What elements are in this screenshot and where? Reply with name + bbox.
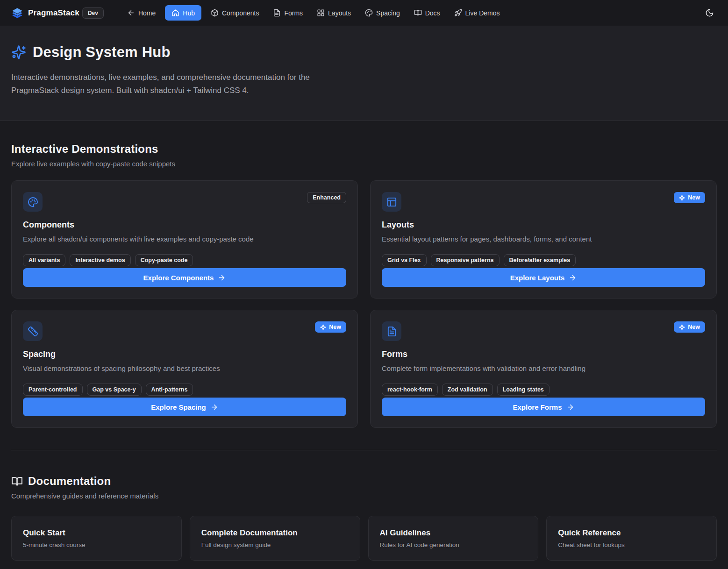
cta-label: Explore Spacing bbox=[151, 403, 206, 411]
demo-card-components: Enhanced Components Explore all shadcn/u… bbox=[11, 180, 358, 299]
nav-item-label: Spacing bbox=[376, 9, 400, 17]
new-badge-label: New bbox=[688, 324, 700, 330]
doc-card-complete-documentation[interactable]: Complete Documentation Full design syste… bbox=[190, 516, 360, 561]
nav-item-label: Layouts bbox=[328, 9, 351, 17]
nav-links: Home Hub Components Forms Layouts bbox=[122, 5, 505, 21]
demo-card-grid: Enhanced Components Explore all shadcn/u… bbox=[11, 180, 717, 428]
sparkles-icon bbox=[320, 324, 326, 330]
feature-tag: react-hook-form bbox=[382, 384, 438, 396]
nav-item-label: Hub bbox=[183, 9, 195, 17]
feature-tag: Grid vs Flex bbox=[382, 254, 427, 266]
feature-tag: Parent-controlled bbox=[23, 384, 83, 396]
sparkles-icon bbox=[11, 45, 26, 60]
cta-label: Explore Forms bbox=[513, 403, 562, 411]
feature-tag: Copy-paste code bbox=[135, 254, 193, 266]
card-title: Spacing bbox=[23, 349, 346, 359]
section-divider bbox=[11, 450, 717, 450]
card-title: Forms bbox=[382, 349, 705, 359]
card-description: Complete form implementations with valid… bbox=[382, 363, 705, 373]
layout-grid-icon bbox=[317, 9, 325, 17]
top-navbar: PragmaStack Dev Home Hub Components Form bbox=[0, 0, 728, 26]
doc-card-quick-reference[interactable]: Quick Reference Cheat sheet for lookups bbox=[546, 516, 717, 561]
feature-tag: All variants bbox=[23, 254, 65, 266]
sparkles-icon bbox=[679, 324, 685, 330]
brand[interactable]: PragmaStack bbox=[11, 7, 79, 19]
explore-spacing-button[interactable]: Explore Spacing bbox=[23, 398, 346, 416]
env-badge: Dev bbox=[82, 7, 104, 19]
rocket-icon bbox=[454, 9, 462, 17]
doc-card-subtitle: 5-minute crash course bbox=[23, 541, 170, 548]
feature-tag: Loading states bbox=[497, 384, 550, 396]
docs-heading: Documentation bbox=[28, 475, 111, 488]
hero-section: Design System Hub Interactive demonstrat… bbox=[0, 26, 728, 121]
nav-item-label: Home bbox=[138, 9, 156, 17]
nav-item-label: Components bbox=[222, 9, 259, 17]
nav-item-live-demos[interactable]: Live Demos bbox=[450, 5, 505, 21]
nav-item-forms[interactable]: Forms bbox=[268, 5, 307, 21]
file-text-icon bbox=[382, 321, 401, 341]
nav-item-layouts[interactable]: Layouts bbox=[312, 5, 356, 21]
page-title: Design System Hub bbox=[33, 44, 171, 61]
explore-forms-button[interactable]: Explore Forms bbox=[382, 398, 705, 416]
feature-tag: Anti-patterns bbox=[146, 384, 193, 396]
card-description: Essential layout patterns for pages, das… bbox=[382, 234, 705, 244]
nav-item-hub[interactable]: Hub bbox=[165, 5, 201, 21]
demo-card-spacing: New Spacing Visual demonstrations of spa… bbox=[11, 310, 358, 428]
ruler-icon bbox=[23, 321, 43, 341]
explore-components-button[interactable]: Explore Components bbox=[23, 268, 346, 287]
book-open-icon bbox=[11, 476, 23, 487]
docs-card-grid: Quick Start 5-minute crash course Comple… bbox=[11, 516, 717, 561]
cta-label: Explore Components bbox=[143, 274, 214, 282]
hero-description: Interactive demonstrations, live example… bbox=[11, 71, 357, 97]
layout-template-icon bbox=[382, 192, 401, 212]
feature-tag: Zod validation bbox=[442, 384, 493, 396]
arrow-right-icon bbox=[210, 403, 218, 411]
arrow-right-icon bbox=[218, 274, 226, 282]
doc-card-subtitle: Cheat sheet for lookups bbox=[558, 541, 705, 548]
nav-item-label: Docs bbox=[425, 9, 440, 17]
doc-card-title: Complete Documentation bbox=[201, 528, 349, 538]
palette-icon bbox=[23, 192, 43, 212]
file-text-icon bbox=[273, 9, 281, 17]
doc-card-ai-guidelines[interactable]: AI Guidelines Rules for AI code generati… bbox=[368, 516, 539, 561]
nav-item-docs[interactable]: Docs bbox=[409, 5, 445, 21]
doc-card-title: AI Guidelines bbox=[380, 528, 527, 538]
doc-card-title: Quick Reference bbox=[558, 528, 705, 538]
new-badge: New bbox=[674, 321, 705, 333]
doc-card-subtitle: Rules for AI code generation bbox=[380, 541, 527, 548]
nav-item-spacing[interactable]: Spacing bbox=[360, 5, 405, 21]
card-title: Layouts bbox=[382, 220, 705, 230]
house-icon bbox=[171, 9, 179, 17]
feature-tag: Interactive demos bbox=[70, 254, 130, 266]
cta-label: Explore Layouts bbox=[510, 274, 565, 282]
new-badge-label: New bbox=[329, 324, 341, 330]
docs-subheading: Comprehensive guides and reference mater… bbox=[11, 492, 717, 500]
card-title: Components bbox=[23, 220, 346, 230]
demo-card-layouts: New Layouts Essential layout patterns fo… bbox=[370, 180, 717, 299]
nav-item-label: Live Demos bbox=[465, 9, 500, 17]
palette-icon bbox=[365, 9, 373, 17]
new-badge: New bbox=[315, 321, 346, 333]
demos-heading: Interactive Demonstrations bbox=[11, 142, 717, 156]
arrow-left-icon bbox=[127, 9, 135, 17]
status-badge: Enhanced bbox=[307, 192, 346, 203]
feature-tag: Before/after examples bbox=[504, 254, 576, 266]
sparkles-icon bbox=[679, 195, 685, 201]
main-content: Interactive Demonstrations Explore live … bbox=[0, 121, 728, 561]
doc-card-title: Quick Start bbox=[23, 528, 170, 538]
doc-card-subtitle: Full design system guide bbox=[201, 541, 349, 548]
doc-card-quick-start[interactable]: Quick Start 5-minute crash course bbox=[11, 516, 182, 561]
moon-icon bbox=[705, 8, 714, 17]
explore-layouts-button[interactable]: Explore Layouts bbox=[382, 268, 705, 287]
feature-tag: Gap vs Space-y bbox=[87, 384, 142, 396]
nav-item-components[interactable]: Components bbox=[206, 5, 264, 21]
book-open-icon bbox=[414, 9, 422, 17]
layers-logo-icon bbox=[11, 7, 23, 19]
theme-toggle-button[interactable] bbox=[702, 6, 717, 20]
documentation-section: Documentation Comprehensive guides and r… bbox=[11, 475, 717, 561]
card-description: Explore all shadcn/ui components with li… bbox=[23, 234, 346, 244]
brand-name: PragmaStack bbox=[28, 8, 79, 18]
nav-item-home[interactable]: Home bbox=[122, 5, 160, 21]
box-icon bbox=[211, 9, 219, 17]
arrow-right-icon bbox=[566, 403, 574, 411]
